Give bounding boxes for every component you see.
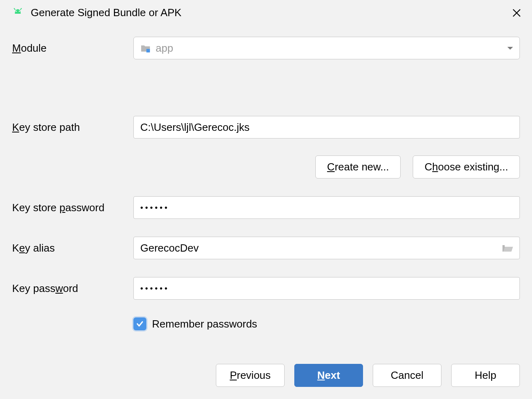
dialog-container: Generate Signed Bundle or APK Module <box>0 0 532 399</box>
keystore-password-row: Key store password <box>12 196 520 219</box>
folder-open-icon[interactable] <box>502 244 513 252</box>
help-button[interactable]: Help <box>451 364 520 387</box>
dialog-title: Generate Signed Bundle or APK <box>31 6 505 19</box>
footer-buttons: Previous Next Cancel Help <box>0 364 532 399</box>
key-password-row: Key password <box>12 277 520 300</box>
close-button[interactable] <box>511 7 522 19</box>
module-select[interactable]: app <box>133 37 520 59</box>
module-row: Module app <box>12 37 520 59</box>
keystore-path-row: Key store path <box>12 116 520 139</box>
chevron-down-icon <box>507 47 513 50</box>
svg-point-3 <box>19 10 20 12</box>
next-button[interactable]: Next <box>294 364 363 387</box>
remember-passwords-label[interactable]: Remember passwords <box>152 318 257 330</box>
keystore-password-input[interactable] <box>133 196 520 219</box>
key-password-input[interactable] <box>133 277 520 300</box>
previous-button[interactable]: Previous <box>216 364 285 387</box>
module-label: Module <box>12 42 133 55</box>
svg-line-1 <box>21 8 22 10</box>
svg-rect-6 <box>146 49 150 52</box>
content-area: Module app Key store path <box>0 27 532 364</box>
keystore-buttons: Create new... Choose existing... <box>12 155 520 178</box>
module-icon <box>140 43 151 53</box>
key-alias-input[interactable] <box>140 237 502 259</box>
svg-point-2 <box>16 10 17 12</box>
cancel-button[interactable]: Cancel <box>373 364 441 387</box>
keystore-password-label: Key store password <box>12 202 133 214</box>
choose-existing-button[interactable]: Choose existing... <box>413 155 520 178</box>
key-password-label: Key password <box>12 282 133 295</box>
remember-passwords-checkbox[interactable] <box>133 317 146 330</box>
key-alias-input-wrapper <box>133 237 520 259</box>
module-value: app <box>156 42 507 55</box>
key-alias-label: Key alias <box>12 242 133 254</box>
svg-line-0 <box>14 8 15 10</box>
keystore-path-label: Key store path <box>12 121 133 134</box>
android-icon <box>11 7 24 19</box>
keystore-path-input[interactable] <box>133 116 520 139</box>
remember-passwords-row: Remember passwords <box>133 317 520 330</box>
create-new-button[interactable]: Create new... <box>315 155 401 178</box>
key-alias-row: Key alias <box>12 237 520 259</box>
titlebar: Generate Signed Bundle or APK <box>0 0 532 27</box>
